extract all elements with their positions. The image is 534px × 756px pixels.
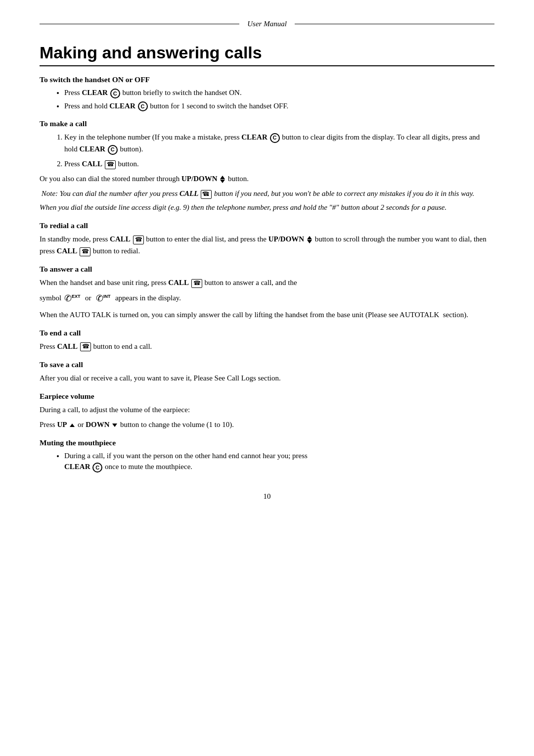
answer-text-1: When the handset and base unit ring, pre… — [40, 277, 494, 288]
end-call-text: Press CALL button to end a call. — [40, 340, 494, 352]
switch-item-1: Press CLEAR button briefly to switch the… — [64, 87, 494, 98]
make-call-step-1: Key in the telephone number (If you make… — [64, 131, 494, 155]
header: User Manual — [40, 20, 494, 28]
title-underline — [40, 65, 494, 66]
end-call-heading: To end a call — [40, 329, 494, 337]
ext-icon: ✆EXT — [64, 291, 81, 306]
answer-heading: To answer a call — [40, 265, 494, 274]
earpiece-heading: Earpiece volume — [40, 392, 494, 401]
header-title: User Manual — [239, 20, 295, 28]
answer-text-2: When the AUTO TALK is turned on, you can… — [40, 309, 494, 321]
earpiece-text-1: During a call, to adjust the volume of t… — [40, 404, 494, 416]
page-number: 10 — [40, 492, 494, 501]
clear-icon-4 — [108, 145, 118, 155]
answer-section: To answer a call When the handset and ba… — [40, 265, 494, 321]
call-icon-4 — [191, 279, 202, 288]
header-line-left — [40, 24, 239, 24]
earpiece-text-2: Press UP or DOWN button to change the vo… — [40, 419, 494, 430]
or-dial-text: Or you also can dial the stored number t… — [40, 173, 494, 185]
switch-list: Press CLEAR button briefly to switch the… — [64, 87, 494, 111]
down-icon — [112, 424, 117, 427]
call-icon-1 — [105, 160, 116, 169]
call-icon-3 — [80, 247, 90, 256]
switch-item-2: Press and hold CLEAR button for 1 second… — [64, 100, 494, 112]
make-call-list: Key in the telephone number (If you make… — [64, 131, 494, 170]
call-icon-5 — [80, 342, 91, 351]
updown-icon-1 — [220, 176, 225, 183]
make-call-heading: To make a call — [40, 119, 494, 128]
call-icon-2 — [133, 236, 144, 244]
save-call-text: After you dial or receive a call, you wa… — [40, 372, 494, 384]
clear-icon-3 — [270, 133, 280, 143]
updown-icon-2 — [307, 236, 312, 243]
up-icon — [70, 424, 75, 427]
muting-item-1: During a call, if you want the person on… — [64, 450, 494, 472]
clear-icon-2 — [138, 101, 148, 111]
call-icon-note — [201, 190, 212, 199]
note-italic-1: Note: You can dial the number after you … — [40, 188, 494, 199]
page-title: Making and answering calls — [40, 43, 494, 62]
muting-list: During a call, if you want the person on… — [64, 450, 494, 472]
int-icon: ✆INT — [96, 291, 111, 306]
header-line-right — [295, 24, 494, 24]
redial-text: In standby mode, press CALL button to en… — [40, 233, 494, 257]
make-call-step-2: Press CALL button. — [64, 158, 494, 170]
switch-heading: To switch the handset ON or OFF — [40, 75, 494, 84]
switch-section: To switch the handset ON or OFF Press CL… — [40, 75, 494, 111]
earpiece-section: Earpiece volume During a call, to adjust… — [40, 392, 494, 430]
answer-symbol-line: symbol ✆EXT or ✆INT appears in the displ… — [40, 291, 494, 306]
muting-heading: Muting the mouthpiece — [40, 438, 494, 447]
redial-section: To redial a call In standby mode, press … — [40, 221, 494, 257]
note-italic-2: When you dial the outside line access di… — [40, 201, 494, 213]
clear-icon-1 — [110, 89, 120, 98]
end-call-section: To end a call Press CALL button to end a… — [40, 329, 494, 352]
save-call-heading: To save a call — [40, 360, 494, 369]
redial-heading: To redial a call — [40, 221, 494, 230]
muting-section: Muting the mouthpiece During a call, if … — [40, 438, 494, 472]
make-call-section: To make a call Key in the telephone numb… — [40, 119, 494, 213]
save-call-section: To save a call After you dial or receive… — [40, 360, 494, 384]
clear-icon-mute — [92, 463, 102, 472]
